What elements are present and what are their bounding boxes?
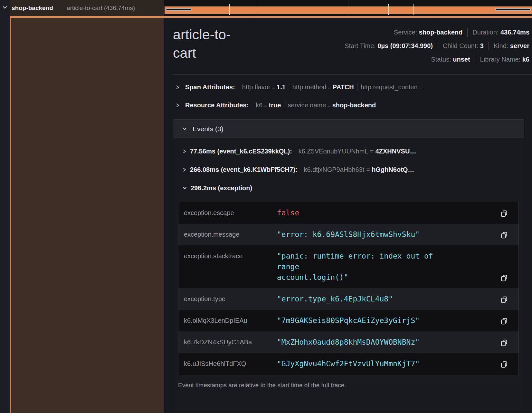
- meta-label: Service:: [394, 29, 419, 36]
- chevron-right-icon[interactable]: [182, 149, 186, 154]
- meta-value: k6: [522, 56, 529, 63]
- trace-view: shop-backend article-to-cart (436.74ms) …: [0, 0, 532, 413]
- service-name: shop-backend: [12, 5, 53, 12]
- exception-attribute-row: exception.stacktrace "panic: runtime err…: [178, 245, 518, 288]
- exception-attribute-row: k6.olMqX3LenDpIEAu "7m9GAKSeis80SPqkcAEi…: [178, 310, 518, 331]
- attribute-value: "error.type_k6.4EpJkCL4u8": [277, 294, 457, 304]
- meta-separator: [438, 42, 438, 50]
- events-footer-note: Event timestamps are relative to the sta…: [178, 382, 524, 389]
- events-section-header[interactable]: Events (3): [173, 120, 524, 138]
- child-span-bar: [495, 8, 531, 11]
- events-body: 77.56ms (event_k6.cES239kkQL): k6.Z5VEon…: [173, 138, 524, 411]
- span-detail-header: article-to-cart Service: shop-backend Du…: [173, 25, 532, 66]
- span-name: article-to-cart (436.74ms): [67, 5, 135, 12]
- chevron-right-icon[interactable]: [182, 167, 186, 172]
- attribute-key: exception.escape: [178, 208, 277, 218]
- timeline: [164, 0, 532, 16]
- span-duration-bar[interactable]: [165, 6, 532, 14]
- event-row-2[interactable]: 266.08ms (event_k6.K1WbFf5CH7): k6.dtjxN…: [173, 161, 524, 179]
- copy-button[interactable]: [500, 361, 518, 369]
- meta-label: Library Name:: [480, 56, 522, 63]
- attr-separator: [284, 101, 284, 109]
- meta-separator: [467, 28, 468, 37]
- attribute-key: exception.type: [178, 294, 277, 304]
- meta-label: Kind:: [494, 42, 510, 50]
- attr-separator: [357, 83, 357, 91]
- meta-label: Duration:: [472, 29, 500, 36]
- meta-separator: [475, 55, 475, 64]
- event-tick-marker: [229, 4, 230, 15]
- child-span-bar: [166, 8, 192, 11]
- attr-pair: service.name = shop-backend: [288, 102, 376, 109]
- attribute-value: false: [277, 208, 457, 218]
- event-attr-preview: k6.dtjxNGP9aHbh63t = hGghN6otQ…: [304, 166, 414, 173]
- attribute-value: "MxZHohx0audd8p8khMsDAOYWOBNBNz": [277, 337, 457, 348]
- copy-button[interactable]: [500, 296, 518, 304]
- meta-line-1: Service: shop-backend Duration: 436.74ms: [345, 25, 529, 39]
- events-title: Events (3): [193, 125, 223, 133]
- copy-button[interactable]: [500, 231, 518, 240]
- exception-attribute-row: exception.type "error.type_k6.4EpJkCL4u8…: [178, 288, 518, 310]
- exception-attribute-row: k6.uJISsHe6hlTdFXQ "GJyXgNvu4hCwf2FtVzvU…: [178, 353, 518, 375]
- chevron-right-icon[interactable]: [176, 103, 180, 108]
- event-row-1[interactable]: 77.56ms (event_k6.cES239kkQL): k6.Z5VEon…: [173, 142, 524, 161]
- event-row-3-exception[interactable]: 296.2ms (exception): [173, 179, 524, 197]
- collapse-all-chevron-icon[interactable]: [2, 5, 7, 10]
- meta-value: unset: [453, 56, 470, 63]
- exception-attribute-row: k6.7kDZN4xSUyC1ABa "MxZHohx0audd8p8khMsD…: [178, 331, 518, 353]
- meta-value: 3: [480, 42, 484, 50]
- attribute-key: k6.uJISsHe6hlTdFXQ: [178, 359, 277, 369]
- copy-button[interactable]: [500, 210, 518, 218]
- attribute-value: "GJyXgNvu4hCwf2FtVzvUlYuMmnKjT7": [277, 359, 457, 369]
- span-attributes-title: Span Attributes:: [185, 84, 235, 91]
- exception-attribute-row: exception.escape false: [178, 202, 518, 224]
- span-row: shop-backend article-to-cart (436.74ms): [10, 0, 532, 16]
- chevron-down-icon[interactable]: [182, 186, 187, 190]
- header-divider: [173, 74, 532, 75]
- copy-button[interactable]: [500, 339, 518, 348]
- events-panel: Events (3) 77.56ms (event_k6.cES239kkQL)…: [173, 119, 524, 413]
- event-label: 77.56ms (event_k6.cES239kkQL):: [190, 148, 292, 155]
- meta-value: server: [510, 42, 529, 50]
- span-detail-panel: article-to-cart Service: shop-backend Du…: [164, 18, 532, 413]
- attr-pair: k6 = true: [256, 102, 281, 109]
- event-tick-marker: [413, 4, 414, 15]
- meta-separator: [489, 42, 489, 50]
- exception-attribute-row: exception.message "error: k6.69ASlS8Hjx6…: [178, 224, 518, 245]
- attribute-key: k6.7kDZN4xSUyC1ABa: [178, 337, 277, 348]
- resource-attributes-row[interactable]: Resource Attributes: k6 = true service.n…: [173, 96, 532, 114]
- span-attributes-row[interactable]: Span Attributes: http.flavor = 1.1 http.…: [173, 78, 532, 96]
- attribute-key: k6.olMqX3LenDpIEAu: [178, 315, 277, 326]
- meta-label: Start Time:: [345, 42, 377, 50]
- attr-pair: http.method = PATCH: [292, 84, 354, 91]
- attr-pair-truncated: http.request_conten…: [361, 84, 424, 91]
- chevron-right-icon[interactable]: [176, 85, 180, 90]
- event-tick-marker: [388, 4, 389, 15]
- meta-value: 0µs (09:07:34.990): [377, 42, 433, 50]
- attribute-value: "7m9GAKSeis80SPqkcAEiZye3yGirjS": [277, 315, 457, 326]
- resource-attributes-title: Resource Attributes:: [185, 102, 249, 109]
- chevron-down-icon[interactable]: [182, 127, 187, 131]
- attribute-value: "panic: runtime error: index out of rang…: [277, 251, 457, 283]
- meta-label: Status:: [431, 56, 453, 63]
- attribute-key: exception.stacktrace: [178, 251, 277, 261]
- meta-label: Child Count:: [443, 42, 480, 50]
- meta-line-3: Status: unset Library Name: k6: [345, 53, 529, 66]
- truncation-fade: [149, 0, 164, 16]
- event-label: 266.08ms (event_k6.K1WbFf5CH7):: [190, 166, 297, 173]
- span-title: article-to-cart: [173, 25, 244, 62]
- span-row-name-cell[interactable]: shop-backend article-to-cart (436.74ms): [10, 0, 164, 16]
- event-attr-preview: k6.Z5VEonubYUUNhmL = 4ZXHNVSU…: [299, 148, 416, 155]
- copy-button[interactable]: [500, 318, 518, 326]
- event-label: 296.2ms (exception): [191, 184, 252, 192]
- meta-line-2: Start Time: 0µs (09:07:34.990) Child Cou…: [345, 39, 529, 53]
- attribute-key: exception.message: [178, 229, 277, 240]
- attribute-value: "error: k6.69ASlS8Hjx6tmwShvSku": [277, 229, 457, 240]
- attr-separator: [289, 83, 289, 91]
- meta-value: shop-backend: [419, 29, 463, 36]
- meta-value: 436.74ms: [500, 29, 529, 36]
- attr-pair: http.flavor = 1.1: [242, 84, 286, 91]
- span-meta: Service: shop-backend Duration: 436.74ms…: [345, 25, 529, 66]
- expanded-row-gutter: [10, 18, 164, 413]
- copy-button[interactable]: [500, 274, 518, 283]
